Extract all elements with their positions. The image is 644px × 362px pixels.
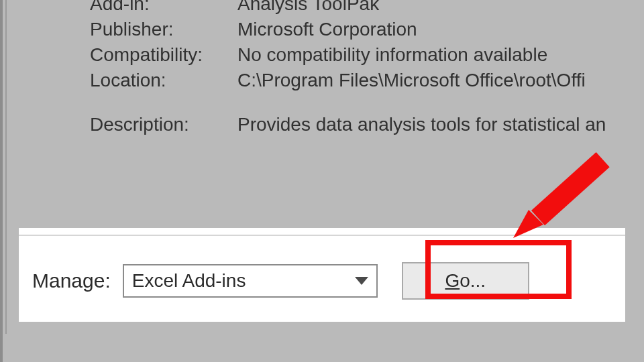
label-description: Description:: [90, 114, 237, 135]
row-location: Location: C:\Program Files\Microsoft Off…: [90, 70, 644, 91]
row-addin: Add-in: Analysis ToolPak: [90, 0, 644, 15]
manage-label: Manage:: [32, 269, 111, 292]
label-publisher: Publisher:: [90, 19, 237, 40]
manage-dropdown-value: Excel Add-ins: [132, 270, 246, 292]
chevron-down-icon: [355, 277, 368, 285]
label-location: Location:: [90, 70, 237, 91]
manage-strip: Manage: Excel Add-ins Go...: [19, 228, 625, 322]
value-description: Provides data analysis tools for statist…: [237, 114, 644, 135]
value-compatibility: No compatibility information available: [237, 44, 644, 66]
value-publisher: Microsoft Corporation: [237, 19, 644, 40]
addin-details-block: Add-in: Analysis ToolPak Publisher: Micr…: [90, 0, 644, 139]
row-description: Description: Provides data analysis tool…: [90, 114, 644, 135]
panel-left-border: [5, 0, 11, 334]
value-addin: Analysis ToolPak: [237, 0, 644, 15]
row-publisher: Publisher: Microsoft Corporation: [90, 19, 644, 40]
row-compatibility: Compatibility: No compatibility informat…: [90, 44, 644, 66]
label-addin: Add-in:: [90, 0, 237, 15]
go-button[interactable]: Go...: [402, 262, 529, 300]
label-compatibility: Compatibility:: [90, 44, 237, 66]
go-button-label: Go...: [445, 270, 486, 292]
value-location: C:\Program Files\Microsoft Office\root\O…: [237, 70, 644, 91]
manage-dropdown[interactable]: Excel Add-ins: [123, 264, 378, 298]
